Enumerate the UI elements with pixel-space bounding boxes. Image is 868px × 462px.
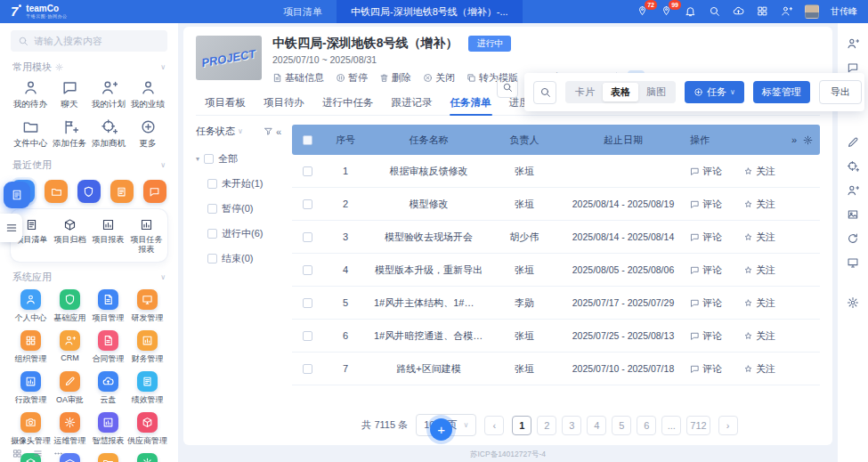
collapse-panel-icon[interactable]: « [276, 126, 281, 137]
pinned-app[interactable] [142, 177, 167, 206]
shortcut-item[interactable]: 项目报表 [89, 218, 127, 255]
refresh-icon[interactable] [847, 232, 859, 245]
comment-action[interactable]: 评论 [690, 329, 722, 343]
comment-action[interactable]: 评论 [690, 296, 722, 310]
follow-action[interactable]: 关注 [743, 329, 775, 343]
section-modules[interactable]: 常用模块 ∨ [12, 61, 166, 74]
row-checkbox[interactable] [303, 166, 312, 176]
project-tab[interactable]: 项目待办 [255, 91, 313, 115]
tag-manage-button[interactable]: 标签管理 [753, 81, 810, 103]
page-button[interactable]: 1 [512, 416, 531, 435]
select-all-checkbox[interactable] [303, 135, 312, 145]
row-checkbox[interactable] [303, 199, 312, 209]
filter-item[interactable]: 进行中(6) [207, 227, 281, 240]
page-button[interactable]: ... [661, 416, 681, 435]
view-option[interactable]: 表格 [603, 83, 638, 101]
system-app[interactable]: 个人中心 [11, 289, 51, 324]
sidebar-module-item[interactable]: 我的计划 [89, 79, 128, 110]
cloud-upload-icon[interactable] [733, 5, 745, 18]
system-app[interactable]: 绩效管理 [127, 371, 167, 406]
filter-checkbox[interactable] [207, 179, 217, 189]
system-app[interactable]: 行政管理 [11, 371, 51, 406]
pen-icon[interactable] [847, 136, 859, 149]
filter-item[interactable]: 结束(0) [207, 252, 281, 265]
page-button[interactable]: 6 [637, 416, 656, 435]
shortcut-item[interactable]: 项目归档 [51, 218, 89, 255]
bell-icon[interactable] [685, 5, 697, 18]
topbar-nav-tab[interactable]: 中铁四局-深圳地铁8号线（增补）-... [337, 0, 523, 23]
funnel-icon[interactable] [264, 126, 273, 136]
invite-member-icon[interactable] [781, 5, 793, 18]
logo[interactable]: 7 teamCo 千络云图·协同办公 [11, 4, 135, 19]
page-button[interactable]: 712 [686, 416, 710, 435]
view-option[interactable]: 卡片 [567, 83, 603, 101]
avatar[interactable] [805, 4, 819, 19]
sidebar-module-item[interactable]: 更多 [128, 118, 167, 150]
system-app[interactable]: 摄像头管理 [11, 412, 51, 447]
person-add-icon[interactable] [847, 37, 859, 50]
add-task-fab[interactable]: + [430, 418, 452, 441]
page-button[interactable]: 3 [562, 416, 581, 435]
project-tab[interactable]: 项目看板 [196, 91, 255, 115]
quick-list-button[interactable] [4, 182, 30, 208]
follow-action[interactable]: 关注 [743, 198, 775, 211]
sidebar-footer-icon[interactable] [53, 449, 63, 458]
task-dropdown-button[interactable]: 任务 ∨ [685, 81, 744, 103]
search-icon[interactable] [533, 81, 556, 104]
system-app[interactable]: 智慧报表 [89, 412, 127, 447]
filter-checkbox[interactable] [204, 154, 214, 164]
search-icon[interactable] [497, 77, 518, 98]
project-tab[interactable]: 进行中任务 [313, 91, 383, 115]
topbar-nav-tab[interactable]: 项目清单 [269, 0, 337, 23]
search-input[interactable] [34, 36, 150, 46]
system-app[interactable]: 合同管理 [89, 330, 127, 365]
filter-item-root[interactable]: ▾ 全部 [196, 152, 281, 166]
filter-title[interactable]: 任务状态 [196, 125, 235, 138]
row-checkbox[interactable] [303, 298, 312, 308]
sidebar-module-item[interactable]: 添加任务 [50, 118, 89, 150]
comment-action[interactable]: 评论 [690, 263, 722, 277]
system-app[interactable]: 研发管理 [127, 289, 167, 324]
sidebar-module-item[interactable]: 文件中心 [11, 118, 50, 150]
system-app[interactable]: 项目管理 [89, 289, 127, 324]
section-recent[interactable]: 最近使用 ∨ [12, 158, 166, 172]
filter-item[interactable]: 未开始(1) [207, 177, 281, 190]
comment-action[interactable]: 评论 [690, 165, 722, 178]
comment-action[interactable]: 评论 [690, 231, 722, 244]
sidebar-module-item[interactable]: 我的待办 [11, 79, 50, 110]
sidebar-module-item[interactable]: 我的业绩 [128, 79, 167, 110]
row-checkbox[interactable] [303, 364, 312, 374]
next-page-button[interactable]: › [718, 416, 738, 435]
follow-action[interactable]: 关注 [743, 362, 775, 376]
target-add-icon[interactable] [847, 160, 859, 173]
user-name[interactable]: 甘传峰 [831, 5, 857, 18]
follow-action[interactable]: 关注 [743, 231, 775, 244]
row-checkbox[interactable] [303, 232, 312, 242]
comment-action[interactable]: 评论 [690, 198, 722, 211]
export-button[interactable]: 导出 [819, 80, 862, 104]
pinned-app[interactable] [109, 177, 134, 206]
system-app[interactable]: 供应商管理 [127, 412, 167, 447]
pin-todo-icon[interactable]: 72 [637, 5, 649, 18]
system-app[interactable]: 基础应用 [51, 289, 89, 324]
expand-columns-icon[interactable]: » [791, 134, 797, 145]
sidebar-module-item[interactable]: 聊天 [50, 79, 89, 110]
system-app[interactable]: 运维管理 [51, 412, 89, 447]
row-checkbox[interactable] [303, 331, 312, 341]
gear-icon[interactable] [55, 63, 63, 71]
tree-caret-icon[interactable]: ▾ [196, 155, 199, 163]
pinned-app[interactable] [44, 177, 69, 206]
pin-message-icon[interactable]: 99 [661, 5, 673, 18]
monitor-icon[interactable] [847, 256, 859, 269]
project-tab[interactable]: 跟进记录 [383, 91, 442, 115]
chat-icon[interactable] [847, 61, 859, 74]
row-checkbox[interactable] [303, 265, 312, 275]
follow-action[interactable]: 关注 [743, 263, 775, 277]
docked-list-button[interactable] [0, 214, 22, 242]
view-option[interactable]: 脑图 [638, 83, 674, 101]
section-system[interactable]: 系统应用 ∨ [12, 271, 166, 284]
system-app[interactable]: OA审批 [51, 371, 89, 406]
project-tab[interactable]: 任务清单 [442, 91, 500, 115]
system-app[interactable]: CRM [51, 330, 89, 365]
filter-checkbox[interactable] [207, 204, 217, 214]
